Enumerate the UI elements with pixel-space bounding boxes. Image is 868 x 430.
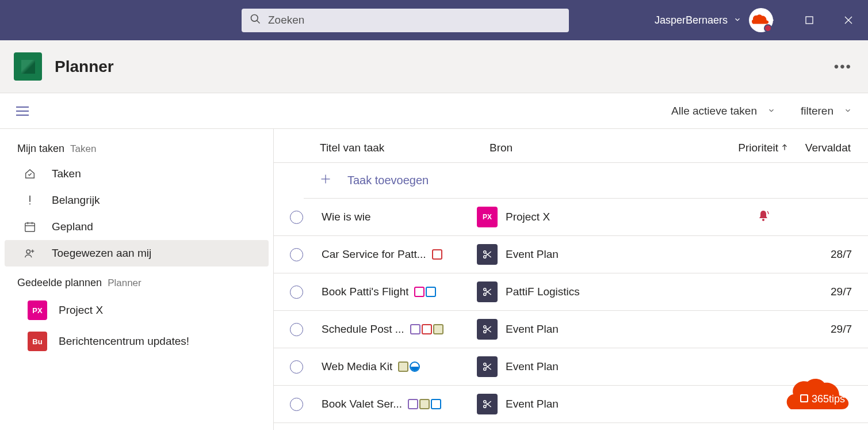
category-tag: [432, 249, 442, 260]
content: Mijn taken Taken Taken Belangrijk Geplan…: [0, 129, 868, 430]
svg-point-25: [484, 326, 486, 328]
sidebar-item-tasks[interactable]: Taken: [5, 161, 269, 187]
section-subtitle: Taken: [70, 143, 96, 155]
task-tags: [408, 399, 441, 409]
maximize-button[interactable]: [790, 0, 829, 40]
complete-toggle[interactable]: [290, 286, 303, 299]
plan-item-project-x[interactable]: PX Project X: [5, 295, 269, 326]
section-title: Gedeelde plannen: [17, 277, 102, 289]
task-due-cell: 28/7: [770, 248, 868, 261]
source-name: Event Plan: [506, 323, 559, 336]
task-row[interactable]: Order Patti Smoot...PattiF Logistics27/8: [274, 423, 868, 430]
complete-toggle[interactable]: [290, 360, 303, 374]
sidebar-item-label: Gepland: [52, 220, 93, 233]
task-title-cell: Book Valet Ser...: [322, 398, 477, 410]
source-badge: [477, 356, 498, 377]
chevron-down-icon: [733, 14, 741, 26]
active-tasks-dropdown[interactable]: Alle actieve taken: [671, 105, 775, 117]
urgent-icon: [756, 209, 770, 226]
complete-toggle[interactable]: [290, 248, 303, 261]
user-name: JasperBernaers: [655, 14, 728, 26]
sort-asc-icon: [781, 142, 789, 154]
task-source-cell: Event Plan: [477, 356, 695, 377]
complete-toggle[interactable]: [290, 323, 303, 336]
brand-badge: 365tips: [782, 377, 856, 422]
task-source-cell: Event Plan: [477, 244, 695, 265]
sidebar-item-label: Toegewezen aan mij: [52, 247, 151, 260]
plan-badge: PX: [28, 300, 47, 320]
minimize-button[interactable]: [751, 0, 790, 40]
home-icon: [23, 168, 37, 180]
task-tags: [410, 324, 443, 334]
search-input[interactable]: [268, 14, 561, 26]
task-title: Schedule Post ...: [322, 323, 404, 336]
task-header-row: Titel van taak Bron Prioriteit Vervaldat: [274, 129, 868, 163]
svg-rect-42: [801, 395, 807, 401]
svg-point-16: [762, 219, 764, 221]
category-tag: [410, 324, 420, 334]
col-priority[interactable]: Prioriteit: [708, 142, 789, 154]
task-title-cell: Car Service for Patt...: [322, 248, 477, 261]
svg-point-21: [484, 288, 486, 291]
complete-toggle[interactable]: [290, 398, 303, 411]
task-title: Web Media Kit: [322, 360, 392, 373]
chevron-down-icon: [844, 105, 852, 117]
category-tag: [422, 324, 432, 334]
svg-point-29: [484, 363, 486, 366]
task-title-cell: Wie is wie: [322, 211, 477, 223]
task-tags: [414, 287, 436, 297]
source-badge: [477, 319, 498, 340]
source-name: Event Plan: [506, 248, 559, 261]
task-row[interactable]: Wie is wiePXProject X: [274, 199, 868, 236]
task-row[interactable]: Book Patti's FlightPattiF Logistics29/7: [274, 273, 868, 311]
sidebar-item-important[interactable]: Belangrijk: [5, 187, 269, 214]
add-task-row[interactable]: Taak toevoegen: [304, 163, 868, 199]
task-row[interactable]: Car Service for Patt...Event Plan28/7: [274, 236, 868, 273]
task-row[interactable]: Schedule Post ...Event Plan29/7: [274, 311, 868, 348]
category-tag: [426, 287, 436, 297]
sidebar-item-assigned[interactable]: Toegewezen aan mij: [5, 240, 269, 267]
plan-label: Project X: [59, 304, 103, 317]
window-controls: [751, 0, 868, 40]
search-icon: [250, 13, 261, 27]
source-name: PattiF Logistics: [506, 286, 580, 298]
source-badge: [477, 281, 498, 302]
source-name: Event Plan: [506, 398, 559, 410]
complete-toggle[interactable]: [290, 211, 303, 224]
col-source[interactable]: Bron: [490, 142, 708, 154]
task-title: Wie is wie: [322, 211, 371, 223]
section-my-tasks: Mijn taken Taken: [5, 143, 269, 161]
dropdown-label: Alle actieve taken: [671, 105, 757, 117]
col-title[interactable]: Titel van taak: [320, 142, 490, 154]
search-box[interactable]: [242, 9, 569, 32]
source-name: Event Plan: [506, 360, 559, 373]
col-due[interactable]: Vervaldat: [789, 142, 868, 154]
svg-point-0: [251, 15, 258, 22]
progress-half-icon: [410, 361, 420, 372]
task-title-cell: Book Patti's Flight: [322, 286, 477, 298]
user-menu[interactable]: JasperBernaers: [655, 14, 741, 26]
task-title-cell: Web Media Kit: [322, 360, 477, 373]
source-name: Project X: [506, 211, 550, 223]
important-icon: [23, 194, 37, 207]
chevron-down-icon: [767, 105, 775, 117]
svg-point-22: [484, 293, 486, 295]
hamburger-button[interactable]: [16, 106, 29, 116]
category-tag: [419, 399, 430, 409]
svg-point-18: [484, 256, 486, 258]
task-source-cell: Event Plan: [477, 394, 695, 414]
svg-point-26: [484, 330, 486, 333]
sidebar-item-planned[interactable]: Gepland: [5, 214, 269, 240]
plan-item-berichtencentrum[interactable]: Bu Berichtencentrum updates!: [5, 326, 269, 357]
task-row[interactable]: Book Valet Ser...Event Plan: [274, 386, 868, 423]
more-button[interactable]: •••: [834, 59, 852, 75]
sidebar-item-label: Belangrijk: [52, 194, 100, 207]
task-row[interactable]: Web Media KitEvent Plan: [274, 348, 868, 386]
section-title: Mijn taken: [17, 143, 64, 155]
task-title: Book Patti's Flight: [322, 286, 408, 298]
source-badge: [477, 394, 498, 414]
close-button[interactable]: [829, 0, 868, 40]
toolbar: Alle actieve taken filteren: [0, 93, 868, 129]
filter-dropdown[interactable]: filteren: [801, 105, 852, 117]
svg-line-1: [257, 21, 260, 24]
